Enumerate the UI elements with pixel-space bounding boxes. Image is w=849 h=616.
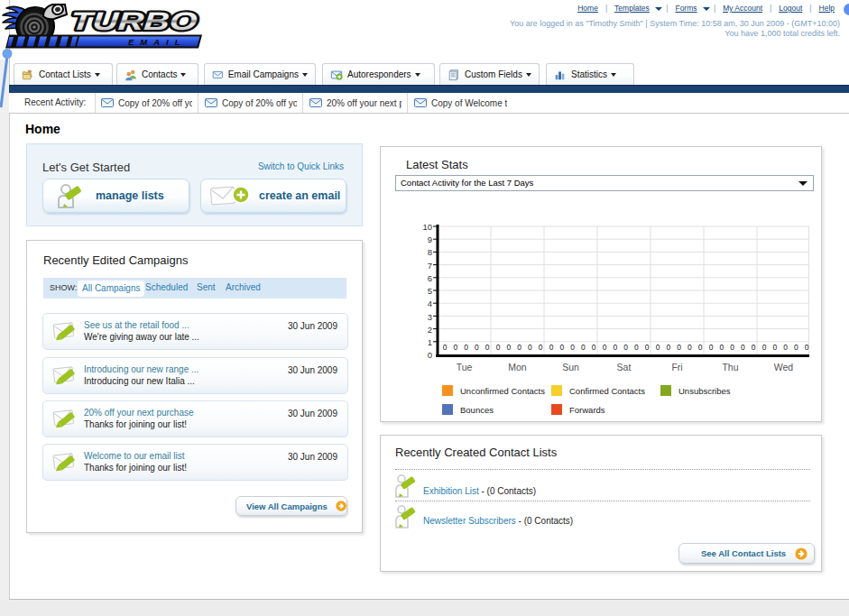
- svg-text:0: 0: [539, 343, 543, 352]
- svg-text:EMAIL: EMAIL: [128, 37, 187, 47]
- svg-text:2: 2: [428, 325, 432, 335]
- svg-text:TURBO: TURBO: [69, 7, 198, 35]
- svg-text:Mon: Mon: [508, 362, 527, 372]
- svg-text:0: 0: [688, 343, 692, 352]
- svg-text:0: 0: [549, 343, 554, 352]
- svg-text:0: 0: [623, 343, 628, 352]
- svg-text:0: 0: [528, 343, 532, 352]
- svg-text:0: 0: [570, 343, 575, 352]
- svg-text:0: 0: [475, 343, 479, 352]
- svg-text:10: 10: [422, 222, 432, 232]
- svg-text:0: 0: [719, 343, 724, 352]
- svg-text:Sat: Sat: [617, 362, 632, 372]
- svg-text:0: 0: [592, 343, 596, 352]
- svg-text:0: 0: [709, 343, 714, 352]
- svg-text:Wed: Wed: [774, 362, 794, 372]
- svg-text:0: 0: [741, 343, 745, 352]
- svg-text:0: 0: [464, 343, 468, 352]
- svg-text:0: 0: [794, 343, 798, 352]
- svg-text:0: 0: [730, 343, 734, 352]
- svg-text:0: 0: [506, 343, 511, 352]
- svg-text:0: 0: [645, 343, 650, 352]
- svg-text:0: 0: [581, 343, 586, 352]
- svg-text:4: 4: [428, 299, 432, 308]
- svg-text:0: 0: [443, 343, 448, 352]
- svg-text:0: 0: [428, 350, 432, 360]
- svg-text:0: 0: [698, 343, 703, 352]
- svg-text:0: 0: [559, 343, 564, 352]
- svg-text:0: 0: [805, 343, 809, 352]
- svg-text:Tue: Tue: [457, 362, 473, 372]
- svg-text:3: 3: [428, 312, 432, 322]
- svg-text:5: 5: [428, 286, 432, 296]
- svg-text:1: 1: [428, 337, 432, 347]
- svg-text:0: 0: [603, 343, 607, 352]
- svg-text:Thu: Thu: [722, 362, 738, 372]
- svg-text:0: 0: [496, 343, 501, 352]
- svg-text:Sun: Sun: [562, 362, 579, 372]
- svg-text:0: 0: [762, 343, 767, 352]
- svg-text:9: 9: [428, 234, 432, 244]
- svg-text:8: 8: [428, 247, 432, 257]
- svg-text:0: 0: [453, 343, 457, 352]
- svg-text:0: 0: [656, 343, 660, 352]
- svg-text:0: 0: [677, 343, 681, 352]
- svg-text:6: 6: [428, 273, 432, 283]
- svg-text:0: 0: [517, 343, 521, 352]
- svg-text:7: 7: [428, 261, 432, 271]
- svg-text:0: 0: [485, 343, 490, 352]
- svg-text:0: 0: [634, 343, 639, 352]
- svg-text:Fri: Fri: [671, 362, 682, 372]
- svg-text:0: 0: [666, 343, 670, 352]
- svg-text:0: 0: [783, 343, 788, 352]
- svg-text:0: 0: [752, 343, 756, 352]
- svg-text:0: 0: [772, 343, 777, 352]
- svg-text:0: 0: [613, 343, 617, 352]
